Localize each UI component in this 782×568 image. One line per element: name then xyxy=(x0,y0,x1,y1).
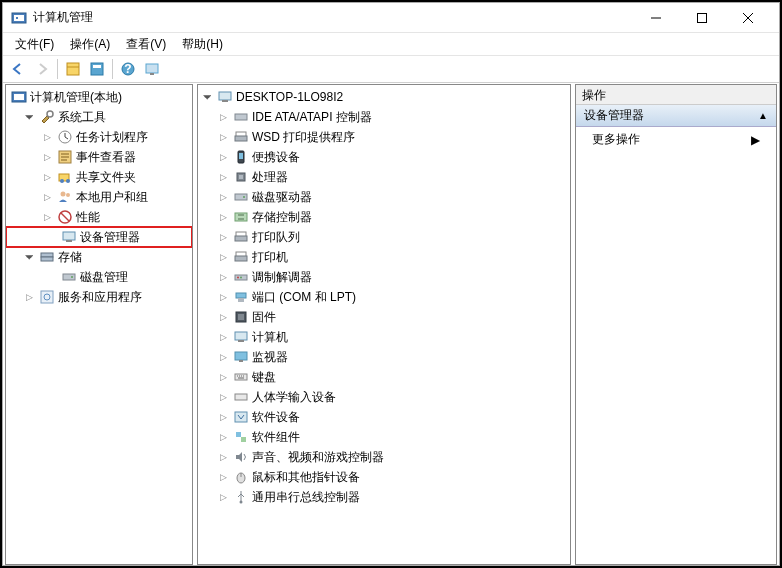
tree-shared-folders[interactable]: 共享文件夹 xyxy=(6,167,192,187)
expander-icon[interactable] xyxy=(216,250,230,264)
minimize-button[interactable] xyxy=(633,3,679,33)
svg-rect-9 xyxy=(93,65,101,68)
toolbar-separator xyxy=(57,59,58,79)
tree-label: 性能 xyxy=(76,209,100,226)
actions-subheader[interactable]: 设备管理器 ▲ xyxy=(576,105,776,127)
expander-icon[interactable] xyxy=(216,210,230,224)
svg-rect-48 xyxy=(235,256,247,261)
expander-icon[interactable] xyxy=(216,390,230,404)
tree-label: 声音、视频和游戏控制器 xyxy=(252,449,384,466)
menubar: 文件(F) 操作(A) 查看(V) 帮助(H) xyxy=(3,33,779,55)
expander-icon[interactable] xyxy=(216,470,230,484)
expander-icon[interactable] xyxy=(216,490,230,504)
device-printers[interactable]: 打印机 xyxy=(198,247,570,267)
tree-label: 系统工具 xyxy=(58,109,106,126)
usb-icon xyxy=(233,489,249,505)
back-button[interactable] xyxy=(7,58,29,80)
expander-icon[interactable] xyxy=(200,90,214,104)
tree-label: 事件查看器 xyxy=(76,149,136,166)
device-storage-ctrl[interactable]: 存储控制器 xyxy=(198,207,570,227)
expander-icon[interactable] xyxy=(216,110,230,124)
tree-label: 共享文件夹 xyxy=(76,169,136,186)
device-computer[interactable]: 计算机 xyxy=(198,327,570,347)
left-tree-panel: 计算机管理(本地) 系统工具 任务计划程序 事件查看器 xyxy=(5,84,193,565)
device-cpu[interactable]: 处理器 xyxy=(198,167,570,187)
device-hid[interactable]: 人体学输入设备 xyxy=(198,387,570,407)
svg-rect-34 xyxy=(222,100,228,102)
device-software-comp[interactable]: 软件组件 xyxy=(198,427,570,447)
tree-label: WSD 打印提供程序 xyxy=(252,129,355,146)
expander-icon[interactable] xyxy=(216,230,230,244)
menu-view[interactable]: 查看(V) xyxy=(118,34,174,55)
close-button[interactable] xyxy=(725,3,771,33)
svg-rect-31 xyxy=(41,291,53,303)
expander-icon[interactable] xyxy=(216,370,230,384)
expander-icon[interactable] xyxy=(216,350,230,364)
storage-icon xyxy=(39,249,55,265)
expander-icon[interactable] xyxy=(216,150,230,164)
device-print-queue[interactable]: 打印队列 xyxy=(198,227,570,247)
expander-icon[interactable] xyxy=(40,210,54,224)
menu-help[interactable]: 帮助(H) xyxy=(174,34,231,55)
device-disk-drives[interactable]: 磁盘驱动器 xyxy=(198,187,570,207)
device-root[interactable]: DESKTOP-1LO98I2 xyxy=(198,87,570,107)
expander-icon[interactable] xyxy=(216,170,230,184)
tree-task-scheduler[interactable]: 任务计划程序 xyxy=(6,127,192,147)
tree-storage[interactable]: 存储 xyxy=(6,247,192,267)
tree-services-apps[interactable]: 服务和应用程序 xyxy=(6,287,192,307)
tree-local-users[interactable]: 本地用户和组 xyxy=(6,187,192,207)
svg-point-16 xyxy=(47,111,53,117)
device-sound[interactable]: 声音、视频和游戏控制器 xyxy=(198,447,570,467)
maximize-button[interactable] xyxy=(679,3,725,33)
expander-icon[interactable] xyxy=(216,130,230,144)
svg-rect-12 xyxy=(146,64,158,73)
svg-rect-7 xyxy=(67,63,79,75)
expander-icon[interactable] xyxy=(22,290,36,304)
expander-icon[interactable] xyxy=(22,110,36,124)
expander-icon[interactable] xyxy=(216,430,230,444)
forward-button[interactable] xyxy=(31,58,53,80)
expander-icon[interactable] xyxy=(216,270,230,284)
collapse-arrow-icon: ▲ xyxy=(758,110,768,121)
tree-event-viewer[interactable]: 事件查看器 xyxy=(6,147,192,167)
menu-action[interactable]: 操作(A) xyxy=(62,34,118,55)
refresh-button[interactable] xyxy=(141,58,163,80)
tree-system-tools[interactable]: 系统工具 xyxy=(6,107,192,127)
device-wsd[interactable]: WSD 打印提供程序 xyxy=(198,127,570,147)
menu-file[interactable]: 文件(F) xyxy=(7,34,62,55)
properties-button[interactable] xyxy=(86,58,108,80)
device-usb[interactable]: 通用串行总线控制器 xyxy=(198,487,570,507)
expander-icon[interactable] xyxy=(40,190,54,204)
tree-label: DESKTOP-1LO98I2 xyxy=(236,90,343,104)
expander-icon[interactable] xyxy=(40,130,54,144)
share-icon xyxy=(57,169,73,185)
svg-rect-60 xyxy=(235,374,247,380)
tree-performance[interactable]: 性能 xyxy=(6,207,192,227)
device-portable[interactable]: 便携设备 xyxy=(198,147,570,167)
expander-icon[interactable] xyxy=(216,190,230,204)
more-actions-item[interactable]: 更多操作 ▶ xyxy=(576,127,776,152)
device-modem[interactable]: 调制解调器 xyxy=(198,267,570,287)
expander-icon[interactable] xyxy=(216,330,230,344)
expander-icon[interactable] xyxy=(40,170,54,184)
help-button[interactable]: ? xyxy=(117,58,139,80)
expander-icon[interactable] xyxy=(22,250,36,264)
device-keyboard[interactable]: 键盘 xyxy=(198,367,570,387)
device-software-dev[interactable]: 软件设备 xyxy=(198,407,570,427)
device-ports[interactable]: 端口 (COM 和 LPT) xyxy=(198,287,570,307)
svg-point-43 xyxy=(243,196,245,198)
expander-icon[interactable] xyxy=(216,410,230,424)
device-mouse[interactable]: 鼠标和其他指针设备 xyxy=(198,467,570,487)
tree-disk-management[interactable]: 磁盘管理 xyxy=(6,267,192,287)
show-hide-button[interactable] xyxy=(62,58,84,80)
expander-icon[interactable] xyxy=(216,290,230,304)
tree-device-manager[interactable]: 设备管理器 xyxy=(6,227,192,247)
device-monitor[interactable]: 监视器 xyxy=(198,347,570,367)
tree-root-computer-mgmt[interactable]: 计算机管理(本地) xyxy=(6,87,192,107)
device-firmware[interactable]: 固件 xyxy=(198,307,570,327)
tree-label: 磁盘驱动器 xyxy=(252,189,312,206)
expander-icon[interactable] xyxy=(40,150,54,164)
expander-icon[interactable] xyxy=(216,310,230,324)
device-ide[interactable]: IDE ATA/ATAPI 控制器 xyxy=(198,107,570,127)
expander-icon[interactable] xyxy=(216,450,230,464)
